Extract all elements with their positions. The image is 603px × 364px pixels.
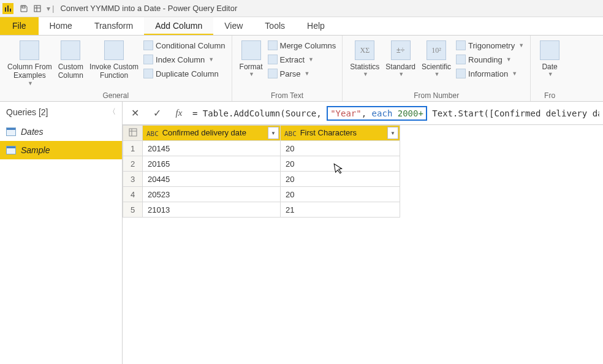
chevron-down-icon: ▼	[506, 56, 512, 63]
btn-statistics[interactable]: ΧΣ Statistics ▼	[349, 38, 381, 80]
date-icon	[540, 40, 559, 60]
btn-extract[interactable]: Extract▼	[268, 53, 336, 66]
btn-format[interactable]: Format ▼	[238, 38, 264, 80]
tab-file[interactable]: File	[0, 17, 39, 35]
column-header-confirmed-delivery-date[interactable]: ABC Confirmed delivery date ▼	[143, 126, 281, 141]
accept-formula-button[interactable]: ✓	[148, 105, 165, 122]
cell[interactable]: 20523	[143, 187, 281, 202]
column-name: First Characters	[300, 128, 357, 137]
btn-scientific[interactable]: 10² Scientific ▼	[420, 38, 452, 80]
cell[interactable]: 20	[281, 156, 400, 172]
formula-sep: ,	[362, 108, 372, 118]
formula-kw: each	[372, 108, 393, 118]
sidebar-collapse-icon[interactable]: 〈	[108, 107, 116, 117]
invoke-function-icon	[104, 40, 124, 60]
tab-view[interactable]: View	[213, 17, 254, 35]
svg-rect-4	[34, 6, 40, 12]
btn-trigonometry[interactable]: Trigonometry▼	[456, 39, 524, 51]
undo-icon[interactable]	[32, 4, 42, 13]
cell[interactable]: 21013	[143, 202, 281, 218]
btn-index-column[interactable]: Index Column▼	[143, 53, 225, 66]
table-row[interactable]: 12014520	[123, 141, 400, 156]
cancel-formula-button[interactable]: ✕	[126, 105, 143, 122]
query-item-sample[interactable]: Sample	[0, 141, 122, 159]
label-date: Date	[542, 63, 557, 71]
btn-invoke-custom-function[interactable]: Invoke Custom Function	[88, 38, 140, 83]
group-label-general: General	[6, 90, 226, 100]
chevron-down-icon: ▼	[208, 56, 214, 63]
table-corner[interactable]	[123, 126, 143, 141]
table-row[interactable]: 52101321	[123, 202, 400, 218]
btn-information[interactable]: Information▼	[456, 67, 524, 80]
column-filter-icon[interactable]: ▼	[387, 127, 398, 139]
chevron-down-icon: ▼	[548, 71, 553, 78]
btn-parse[interactable]: Parse▼	[268, 67, 336, 80]
fx-icon[interactable]: fx	[170, 105, 188, 122]
svg-rect-2	[10, 9, 11, 12]
group-label-from-text: From Text	[238, 90, 336, 100]
table-row[interactable]: 42052320	[123, 187, 400, 202]
cell[interactable]: 20	[281, 141, 400, 156]
label-conditional-column: Conditional Column	[156, 41, 225, 50]
row-number: 2	[123, 156, 143, 172]
query-label: Sample	[21, 145, 50, 155]
btn-column-from-examples[interactable]: Column From Examples ▼	[6, 38, 53, 89]
btn-merge-columns[interactable]: Merge Columns	[268, 39, 336, 51]
btn-standard[interactable]: ±÷ Standard ▼	[384, 38, 417, 80]
data-grid[interactable]: ABC Confirmed delivery date ▼ ABC First …	[123, 125, 603, 364]
chevron-down-icon: ▼	[308, 56, 314, 63]
table-row[interactable]: 32044520	[123, 172, 400, 187]
cell[interactable]: 20165	[143, 156, 281, 172]
chevron-down-icon: ▼	[398, 71, 404, 78]
formula-part-prefix: = Table.AddColumn(Source,	[192, 108, 327, 118]
tab-help[interactable]: Help	[296, 17, 336, 35]
tab-add-column[interactable]: Add Column	[144, 17, 213, 35]
btn-custom-column[interactable]: Custom Column	[57, 38, 85, 83]
tab-transform[interactable]: Transform	[83, 17, 144, 35]
app-icon	[2, 3, 13, 14]
qat-divider: ▾ |	[47, 4, 54, 13]
btn-rounding[interactable]: Rounding▼	[456, 53, 524, 66]
group-date-time: Date ▼ Fro	[531, 36, 569, 101]
queries-sidebar: Queries [2] 〈 Dates Sample	[0, 102, 123, 364]
label-parse: Parse	[280, 69, 301, 78]
column-name: Confirmed delivery date	[162, 128, 246, 137]
column-header-first-characters[interactable]: ABC First Characters ▼	[281, 126, 400, 141]
trigonometry-icon	[456, 40, 466, 50]
query-item-dates[interactable]: Dates	[0, 123, 122, 141]
content-area: ✕ ✓ fx = Table.AddColumn(Source, "Year",…	[123, 102, 603, 364]
cell[interactable]: 20	[281, 187, 400, 202]
group-from-text: Format ▼ Merge Columns Extract▼ Parse▼ F…	[232, 36, 343, 101]
label-trigonometry: Trigonometry	[468, 41, 515, 50]
btn-date[interactable]: Date ▼	[537, 38, 563, 80]
tab-tools[interactable]: Tools	[254, 17, 296, 35]
chevron-down-icon: ▼	[434, 71, 440, 78]
label-rounding: Rounding	[468, 55, 502, 64]
group-from-number: ΧΣ Statistics ▼ ±÷ Standard ▼ 10² Scient…	[343, 36, 531, 101]
tab-home[interactable]: Home	[39, 17, 83, 35]
label-index-column: Index Column	[156, 55, 205, 64]
formula-num: 2000+	[398, 108, 423, 118]
cell[interactable]: 20145	[143, 141, 281, 156]
duplicate-column-icon	[143, 69, 153, 78]
type-text-icon: ABC	[284, 130, 295, 138]
formula-input[interactable]: = Table.AddColumn(Source, "Year", each 2…	[192, 106, 599, 121]
btn-duplicate-column[interactable]: Duplicate Column	[143, 67, 225, 80]
cell[interactable]: 20445	[143, 172, 281, 187]
table-row[interactable]: 22016520	[123, 156, 400, 172]
format-icon	[241, 40, 261, 60]
cell[interactable]: 20	[281, 172, 400, 187]
custom-column-icon	[61, 40, 80, 60]
column-from-examples-icon	[20, 40, 39, 60]
group-label-from-number: From Number	[349, 90, 524, 100]
column-filter-icon[interactable]: ▼	[268, 127, 279, 139]
preview-table: ABC Confirmed delivery date ▼ ABC First …	[123, 125, 400, 218]
save-icon[interactable]	[19, 4, 29, 13]
cell[interactable]: 21	[281, 202, 400, 218]
formula-highlighted: "Year", each 2000+	[327, 106, 427, 121]
svg-rect-1	[7, 6, 9, 12]
table-icon	[6, 146, 16, 154]
merge-columns-icon	[268, 40, 278, 50]
label-custom-column: Custom Column	[58, 63, 83, 80]
btn-conditional-column[interactable]: Conditional Column	[143, 39, 225, 51]
